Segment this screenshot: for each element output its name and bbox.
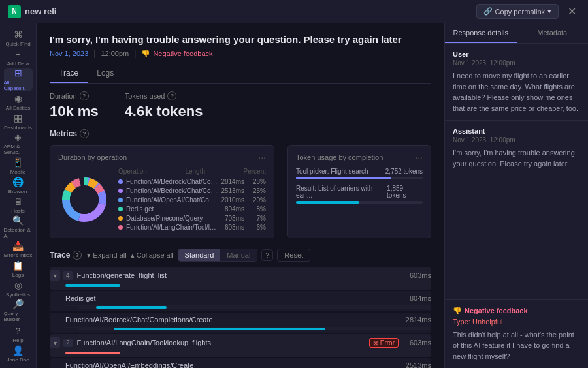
chevron-down-icon: ▾ [547, 7, 551, 16]
chart-area: Operation Length Percent Function/AI/Bed… [58, 168, 266, 231]
apm-icon: ◈ [14, 132, 22, 142]
stats-row: Duration ? 10k ms Tokens used ? 4.6k tok… [50, 91, 431, 120]
reset-button[interactable]: Reset [277, 249, 310, 262]
manual-mode-button[interactable]: Manual [220, 249, 257, 261]
chevron-up-icon: ▴ [131, 251, 135, 260]
sidebar-item-query-builder[interactable]: 🔎 Query Builder [4, 299, 33, 322]
browser-icon: 🌐 [12, 177, 24, 187]
tab-logs[interactable]: Logs [88, 65, 123, 83]
page-time: 12:00pm [101, 50, 129, 57]
sidebar-item-help[interactable]: ? Help [4, 325, 33, 343]
sidebar-item-all-entities[interactable]: ◉ All Entities [4, 93, 33, 111]
tokens-stat: Tokens used ? 4.6k tokens [125, 91, 203, 120]
search-icon: ⌘ [14, 29, 23, 40]
expand-all-button[interactable]: ▾ Expand all [87, 251, 126, 260]
help-icon: ? [16, 326, 21, 336]
duration-card-menu[interactable]: ··· [258, 152, 266, 162]
synthetics-icon: ◎ [14, 280, 22, 290]
sidebar-item-logs[interactable]: 📋 Logs [4, 260, 33, 278]
sidebar-item-all-capabilities[interactable]: ⊞ All Capabilit. [4, 68, 33, 91]
error-badge: ⊠ Error [369, 338, 399, 348]
token-card-menu[interactable]: ··· [415, 152, 423, 162]
expand-row-3[interactable]: ▾ [50, 337, 60, 348]
close-button[interactable]: ✕ [564, 4, 580, 19]
sidebar-item-mobile[interactable]: 📱 Mobile [4, 157, 33, 175]
trace-mode-buttons: Standard Manual [178, 249, 258, 262]
tokens-label: Tokens used ? [125, 91, 203, 100]
thumbs-down-icon: 👎 [453, 307, 462, 315]
link-icon: 🔗 [483, 7, 493, 16]
legend-header: Operation Length Percent [118, 168, 266, 175]
right-panel-spacer [445, 176, 588, 299]
feedback-type: Type: Unhelpful [453, 318, 580, 326]
trace-section: Trace ? ▾ Expand all ▴ Collapse all [50, 249, 431, 368]
entities-icon: ◉ [14, 93, 22, 104]
trace-info-icon[interactable]: ? [73, 251, 82, 260]
tab-trace[interactable]: Trace [50, 65, 88, 83]
sidebar-item-synthetics[interactable]: ◎ Synthetics [4, 279, 33, 298]
thumbs-down-icon: 👎 [141, 50, 150, 58]
sidebar-item-user[interactable]: 👤 Jane Doe [4, 345, 33, 363]
assistant-text: I'm sorry, I'm having trouble answering … [453, 147, 580, 169]
page-title: I'm sorry, I'm having trouble answering … [50, 34, 431, 45]
sidebar-item-detection[interactable]: 🔍 Detection & A. [4, 215, 33, 239]
sidebar-item-errors-inbox[interactable]: 📥 Errors Inbox [4, 240, 33, 258]
sidebar-item-dashboards[interactable]: ▦ Dashboards [4, 112, 33, 130]
logo-icon: N [8, 5, 21, 18]
tab-metadata[interactable]: Metadata [517, 23, 589, 43]
negative-feedback-badge[interactable]: 👎 Negative feedback [141, 50, 212, 58]
page-tabs: Trace Logs [50, 65, 431, 84]
sidebar-item-browser[interactable]: 🌐 Browser [4, 176, 33, 194]
legend-item-5: Function/AI/LangChain/Tool/lookup_flight… [118, 224, 266, 231]
legend-dot-0 [118, 179, 123, 184]
metrics-info-icon[interactable]: ? [80, 129, 89, 138]
legend-item-2: Function/AI/OpenAI/Chat/Completions/Crea… [118, 196, 266, 204]
tab-response-details[interactable]: Response details [445, 23, 517, 43]
duration-info-icon[interactable]: ? [80, 91, 89, 100]
tokens-info-icon[interactable]: ? [167, 91, 176, 100]
sidebar-item-quick-find[interactable]: ⌘ Quick Find [4, 29, 33, 47]
legend-dot-2 [118, 198, 123, 202]
token-card: Token usage by completion ··· Tool picke… [287, 145, 431, 238]
duration-value: 10k ms [50, 103, 99, 120]
token-card-header: Token usage by completion ··· [296, 152, 423, 162]
token-item-0: Tool picker: Flight search 2,752 tokens [296, 168, 423, 179]
topbar: N new reli 🔗 Copy permalink ▾ ✕ [0, 0, 588, 23]
legend-item-3: Redis get 804ms 8% [118, 206, 266, 213]
collapse-all-button[interactable]: ▴ Collapse all [131, 251, 174, 260]
query-icon: 🔎 [12, 299, 24, 309]
app-name: new reli [25, 7, 56, 16]
donut-chart [58, 174, 110, 226]
metrics-section: Metrics ? Duration by operation ··· [50, 129, 431, 368]
legend-dot-1 [118, 189, 123, 193]
token-card-title: Token usage by completion [296, 153, 383, 161]
logs-icon: 📋 [12, 260, 24, 271]
legend-item-4: Database/Pinecone/Query 703ms 7% [118, 215, 266, 222]
trace-row-4: Function/AI/OpenAI/Embeddings/Create 251… [50, 358, 431, 368]
expand-row-0[interactable]: ▾ [50, 270, 60, 281]
duration-label: Duration ? [50, 91, 99, 100]
legend-item-0: Function/AI/Bedrock/Chat/Completions/Cre… [118, 178, 266, 185]
topbar-actions: 🔗 Copy permalink ▾ ✕ [476, 4, 580, 19]
token-bar-fill-1 [296, 201, 359, 204]
tokens-value: 4.6k tokens [125, 103, 203, 120]
assistant-time: Nov 1 2023, 12:00pm [453, 136, 580, 144]
sidebar: ⌘ Quick Find + Add Data ⊞ All Capabilit.… [0, 23, 37, 368]
sidebar-item-hosts[interactable]: 🖥 Hosts [4, 196, 33, 214]
trace-row-0: ▾ 4 Function/generate_flight_list 603ms [50, 267, 431, 290]
sidebar-item-apm[interactable]: ◈ APM & Servic. [4, 132, 33, 155]
copy-permalink-button[interactable]: 🔗 Copy permalink ▾ [476, 4, 559, 19]
mobile-icon: 📱 [12, 157, 24, 168]
trace-row-1: Redis get 804ms [50, 291, 431, 311]
feedback-text: This didn't help at all - what's the poi… [453, 330, 580, 362]
trace-row-2: Function/AI/Bedrock/Chat/Completions/Cre… [50, 313, 431, 333]
plus-icon: + [15, 49, 20, 59]
page-date[interactable]: Nov 1, 2023 [50, 50, 88, 57]
user-text: I need to move my flight to an earlier t… [453, 70, 580, 114]
trace-help-button[interactable]: ? [261, 249, 273, 261]
app-logo: N new reli [8, 5, 56, 18]
standard-mode-button[interactable]: Standard [178, 249, 221, 261]
duration-stat: Duration ? 10k ms [50, 91, 99, 120]
duration-card-title: Duration by operation [58, 153, 127, 161]
sidebar-item-add-data[interactable]: + Add Data [4, 48, 33, 67]
